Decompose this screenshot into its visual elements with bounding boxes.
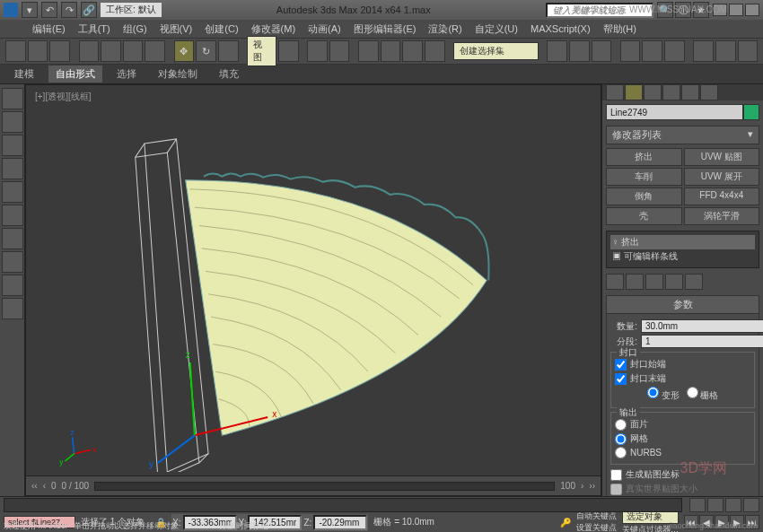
menu-help[interactable]: 帮助(H) [598,21,642,38]
object-name-field[interactable] [606,104,743,120]
ref-coord-dropdown[interactable]: 视图 [247,36,276,66]
coord-z[interactable] [313,515,367,530]
menu-edit[interactable]: 编辑(E) [27,21,71,38]
remove-mod-button[interactable] [665,274,683,290]
ltool-7[interactable] [2,228,23,249]
ltool-6[interactable] [2,205,23,226]
ribbon-modeling[interactable]: 建模 [7,65,41,83]
gen-uv-checkbox[interactable] [610,469,622,481]
redo-button[interactable]: ↷ [61,2,77,18]
mod-bevel[interactable]: 倒角 [606,188,682,205]
material-editor-button[interactable] [664,40,685,62]
close-button[interactable] [745,4,759,16]
mod-lathe[interactable]: 车削 [606,168,682,186]
workspace-selector[interactable]: 工作区: 默认 [101,3,162,17]
pin-stack-button[interactable] [606,274,624,290]
track-bar[interactable] [4,498,682,512]
select-region-button[interactable] [123,40,144,62]
align-button[interactable] [569,40,590,62]
mod-turbosmooth[interactable]: 涡轮平滑 [684,207,760,225]
select-button[interactable] [79,40,100,62]
amount-spinner[interactable] [641,319,763,333]
ribbon-populate[interactable]: 填充 [212,65,246,83]
add-time-marker[interactable]: 添加时间标记 [220,520,268,532]
layers-button[interactable] [592,40,612,62]
menu-view[interactable]: 视图(V) [154,21,198,38]
nav-pan-button[interactable] [689,498,706,512]
window-crossing-button[interactable] [145,40,165,62]
tab-utilities[interactable] [700,84,718,100]
percent-snap-button[interactable] [402,40,423,62]
output-mesh-radio[interactable] [615,433,627,445]
nav-zoom-button[interactable] [725,498,741,512]
configure-button[interactable] [685,274,703,290]
curve-editor-button[interactable] [620,40,641,62]
snap-toggle-button[interactable] [358,40,379,62]
mirror-button[interactable] [547,40,567,62]
scale-button[interactable] [218,40,239,62]
maximize-button[interactable] [729,4,743,16]
ribbon-selection[interactable]: 选择 [110,65,144,83]
menu-render[interactable]: 渲染(R) [423,21,467,38]
nav-max-button[interactable] [743,498,759,512]
ribbon-freeform[interactable]: 自由形式 [48,65,102,83]
ltool-2[interactable] [2,111,23,133]
menu-tools[interactable]: 工具(T) [73,21,116,38]
ltool-8[interactable] [2,251,23,273]
cap-start-checkbox[interactable] [615,359,627,371]
menu-maxscript[interactable]: MAXScript(X) [525,22,596,36]
tab-create[interactable] [606,84,624,100]
mod-extrude[interactable]: 挤出 [606,148,682,166]
output-nurbs-radio[interactable] [615,447,627,458]
menu-custom[interactable]: 自定义(U) [469,21,523,38]
app-menu-button[interactable]: ▾ [22,2,38,18]
tab-modify[interactable] [625,84,643,100]
menu-modifiers[interactable]: 修改器(M) [246,21,302,38]
schematic-button[interactable] [642,40,662,62]
stack-extrude[interactable]: ♀ 挤出 [610,235,755,249]
object-color-swatch[interactable] [743,104,759,120]
mod-ffd[interactable]: FFD 4x4x4 [684,188,760,205]
ltool-1[interactable] [2,88,23,109]
rotate-button[interactable]: ↻ [196,40,216,62]
tab-motion[interactable] [662,84,680,100]
modifier-list-dropdown[interactable]: 修改器列表▾ [606,126,759,144]
output-patch-radio[interactable] [615,419,627,431]
viewport-label[interactable]: [+][透视][线框] [35,91,92,103]
ltool-5[interactable] [2,181,23,203]
select-name-button[interactable] [101,40,121,62]
ltool-3[interactable] [2,135,23,156]
bind-button[interactable] [49,40,70,62]
nav-orbit-button[interactable] [707,498,724,512]
ltool-10[interactable] [2,298,23,319]
render-frame-button[interactable] [715,40,736,62]
ltool-4[interactable] [2,158,23,179]
mod-unwrap[interactable]: UVW 展开 [684,168,760,186]
pivot-button[interactable] [278,40,299,62]
time-slider[interactable] [94,482,555,491]
unique-button[interactable] [645,274,663,290]
menu-animation[interactable]: 动画(A) [303,21,346,38]
show-end-button[interactable] [626,274,644,290]
mod-shell[interactable]: 壳 [606,207,682,225]
setkey-button[interactable]: 设置关键点 [576,522,617,532]
cap-end-checkbox[interactable] [615,373,627,385]
ltool-9[interactable] [2,275,23,296]
menu-graph[interactable]: 图形编辑器(E) [348,21,422,38]
rollout-header[interactable]: 参数 [607,296,759,314]
select-link-button[interactable] [5,40,26,62]
manipulate-button[interactable] [307,40,328,62]
ribbon-objectpaint[interactable]: 对象绘制 [151,65,205,83]
link-button[interactable]: 🔗 [81,2,97,18]
move-button[interactable]: ✥ [174,40,195,62]
tab-display[interactable] [681,84,699,100]
keyboard-button[interactable] [329,40,350,62]
grid-radio[interactable] [687,387,698,398]
undo-button[interactable]: ↶ [41,2,57,18]
stack-editable-spline[interactable]: ▣ 可编辑样条线 [610,249,755,264]
angle-snap-button[interactable] [381,40,401,62]
unlink-button[interactable] [28,40,48,62]
tab-hierarchy[interactable] [644,84,662,100]
segments-spinner[interactable] [641,335,763,348]
render-setup-button[interactable] [693,40,714,62]
